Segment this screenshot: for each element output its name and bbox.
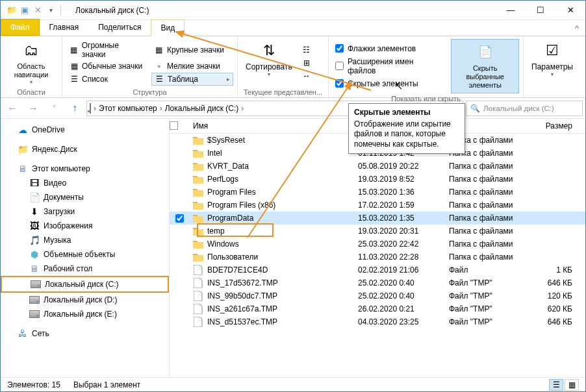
nav-pane-label: Область навигации <box>8 62 54 79</box>
hidden-toggle[interactable]: Скрытые элементы <box>333 78 444 90</box>
layout-large[interactable]: ▦Крупные значки <box>151 40 233 60</box>
crumb-drive[interactable]: Локальный диск (C:) <box>165 104 239 113</box>
nav-objects[interactable]: ⬢Объемные объекты <box>1 247 169 262</box>
layout-table[interactable]: ☰Таблица▸ <box>151 73 233 86</box>
file-date: 04.03.2020 23:25 <box>358 317 449 326</box>
back-button[interactable]: ← <box>3 100 21 117</box>
file-list: Имя Дата изменения Тип Размер $SysReset3… <box>170 119 585 377</box>
tooltip-body: Отображение или скрытие файлов и папок, … <box>354 119 459 150</box>
nav-drive-e[interactable]: Локальный диск (E:) <box>1 307 169 321</box>
file-row[interactable]: Program Files15.03.2020 1:36Папка с файл… <box>170 186 585 199</box>
folder-icon <box>193 213 203 223</box>
tooltip: Скрытые элементы Отображение или скрытие… <box>348 103 465 154</box>
nav-network[interactable]: 🖧Сеть <box>1 326 169 341</box>
file-name: temp <box>207 227 225 236</box>
nav-video[interactable]: 🎞Видео <box>1 176 169 190</box>
maximize-button[interactable]: ☐ <box>526 1 555 20</box>
file-size: 646 КБ <box>546 278 585 288</box>
file-date: 15.03.2020 1:36 <box>358 188 449 197</box>
forward-button[interactable]: → <box>24 100 42 117</box>
crumb-thispc[interactable]: Этот компьютер <box>99 104 157 113</box>
file-date: 19.03.2020 20:31 <box>358 227 449 236</box>
file-date: 26.02.2020 0:21 <box>358 304 449 313</box>
file-icon <box>193 304 203 314</box>
file-row[interactable]: KVRT_Data05.08.2019 20:22Папка с файлами <box>170 160 585 173</box>
col-name[interactable]: Имя <box>189 121 357 130</box>
tooltip-title: Скрытые элементы <box>354 108 459 118</box>
file-date: 15.03.2020 1:35 <box>358 214 449 223</box>
nav-pane-button[interactable]: 🗂 Область навигации ▾ <box>5 39 58 87</box>
file-row[interactable]: INS_a261c67a.TMP26.02.2020 0:21Файл "TMP… <box>170 302 585 315</box>
minimize-button[interactable]: — <box>496 1 526 20</box>
nav-drive-d[interactable]: Локальный диск (D:) <box>1 293 169 307</box>
tab-file[interactable]: Файл <box>1 19 40 36</box>
nav-yandex[interactable]: 📁Яндекс.Диск <box>1 142 169 156</box>
file-type: Папка с файлами <box>449 227 546 236</box>
file-type: Папка с файлами <box>449 214 546 223</box>
file-row[interactable]: INS_d51537ec.TMP04.03.2020 23:25Файл "TM… <box>170 315 585 328</box>
sort-button[interactable]: ⇅ Сортировать ▾ <box>242 39 296 87</box>
file-row[interactable]: Program Files (x86)17.02.2020 1:59Папка … <box>170 199 585 212</box>
file-row[interactable]: INS_99b50dc7.TMP25.02.2020 0:40Файл "TMP… <box>170 289 585 302</box>
group-show-label: Показать или скрыть <box>333 93 519 103</box>
hide-selected-button[interactable]: 📄 Скрыть выбранные элементы <box>451 39 519 93</box>
file-type: Папка с файлами <box>449 201 546 210</box>
close-button[interactable]: ✕ <box>555 1 585 20</box>
row-checkbox[interactable] <box>175 214 184 223</box>
nav-docs[interactable]: 📄Документы <box>1 190 169 204</box>
layout-medium[interactable]: ▦Обычные значки <box>66 60 146 72</box>
collapse-ribbon-icon[interactable]: ^ <box>575 23 579 33</box>
nav-drive-c[interactable]: Локальный диск (C:) <box>1 276 169 293</box>
size-columns-button[interactable]: ↔ <box>299 70 314 82</box>
ribbon: 🗂 Область навигации ▾ Области ▦Огромные … <box>1 36 585 98</box>
group-layout-label: Структура <box>66 87 233 96</box>
file-type: Папка с файлами <box>449 239 546 249</box>
search-input[interactable]: 🔍 Локальный диск (C:) <box>466 101 583 116</box>
file-row[interactable]: Пользователи11.03.2020 22:28Папка с файл… <box>170 251 585 263</box>
qat-properties-icon[interactable]: ▣ <box>19 5 31 16</box>
add-columns-button[interactable]: ⊞ <box>299 57 314 69</box>
file-type: Файл "TMP" <box>449 291 546 300</box>
file-row[interactable]: PerfLogs19.03.2019 8:52Папка с файлами <box>170 173 585 186</box>
tab-view[interactable]: Вид <box>151 19 185 36</box>
options-button[interactable]: ☑ Параметры ▾ <box>528 39 577 87</box>
file-row[interactable]: Windows25.03.2020 22:42Папка с файлами <box>170 238 585 251</box>
file-name: Program Files (x86) <box>207 201 275 210</box>
recent-dropdown[interactable]: ˅ <box>45 100 63 117</box>
select-all-checkbox[interactable] <box>170 121 178 130</box>
sort-icon: ⇅ <box>259 40 279 61</box>
col-size[interactable]: Размер <box>546 121 585 130</box>
layout-list[interactable]: ☰Список <box>66 73 146 86</box>
file-row[interactable]: BDE7D7E1CE4D02.02.2019 21:06Файл1 КБ <box>170 263 585 276</box>
file-row[interactable]: INS_17d53672.TMP25.02.2020 0:40Файл "TMP… <box>170 276 585 289</box>
layout-huge[interactable]: ▦Огромные значки <box>66 40 146 60</box>
file-date: 17.02.2020 1:59 <box>358 201 449 210</box>
extensions-toggle[interactable]: Расширения имен файлов <box>333 56 444 77</box>
nav-pictures[interactable]: 🖼Изображения <box>1 219 169 233</box>
file-row[interactable]: temp19.03.2020 20:31Папка с файлами <box>170 225 585 238</box>
window-title: Локальный диск (C:) <box>69 6 496 15</box>
qat-dropdown-icon[interactable]: ▾ <box>45 5 57 16</box>
nav-onedrive[interactable]: ☁OneDrive <box>1 123 169 137</box>
icons-view-icon[interactable]: ▦ <box>565 379 579 391</box>
search-icon: 🔍 <box>470 104 480 113</box>
group-by-button[interactable]: ☷ <box>299 44 314 56</box>
checkboxes-toggle[interactable]: Флажки элементов <box>333 43 444 55</box>
file-name: ProgramData <box>207 214 253 223</box>
file-date: 19.03.2019 8:52 <box>358 175 449 184</box>
nav-music[interactable]: 🎵Музыка <box>1 233 169 247</box>
file-icon <box>193 291 203 301</box>
file-type: Файл "TMP" <box>449 278 546 288</box>
nav-thispc[interactable]: 🖥Этот компьютер <box>1 162 169 176</box>
nav-desktop[interactable]: 🖥Рабочий стол <box>1 262 169 276</box>
folder-icon: 📁 <box>6 5 18 16</box>
tab-share[interactable]: Поделиться <box>88 19 151 36</box>
details-view-icon[interactable]: ☰ <box>549 379 563 391</box>
nav-downloads[interactable]: ⬇Загрузки <box>1 204 169 219</box>
qat-new-folder-icon[interactable]: ✕ <box>32 5 44 16</box>
up-button[interactable]: ↑ <box>66 100 84 117</box>
file-row[interactable]: ProgramData15.03.2020 1:35Папка с файлам… <box>170 212 585 225</box>
tab-home[interactable]: Главная <box>40 19 89 36</box>
layout-small[interactable]: ▫Мелкие значки <box>151 60 233 72</box>
folder-icon <box>193 135 203 145</box>
